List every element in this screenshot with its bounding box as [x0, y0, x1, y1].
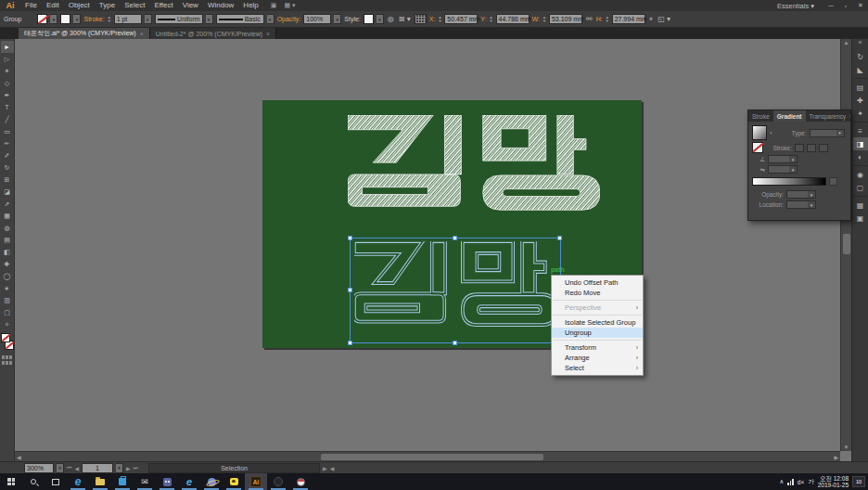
taskbar-file-explorer[interactable]: [89, 473, 111, 490]
scroll-down-icon[interactable]: ▼: [844, 445, 849, 450]
y-stepper[interactable]: ▲▼: [490, 16, 493, 23]
fill-dropdown-icon[interactable]: ▾: [50, 14, 57, 24]
selection-bounding-box[interactable]: [350, 238, 561, 343]
menu-effect[interactable]: Effect: [149, 0, 177, 11]
appearance-panel-icon[interactable]: ◉: [853, 168, 868, 181]
selection-handle-n[interactable]: [453, 236, 457, 240]
draw-mode-buttons[interactable]: [2, 361, 13, 365]
blend-tool[interactable]: ◯: [1, 270, 14, 282]
minimize-button[interactable]: ─: [823, 3, 838, 9]
menu-select[interactable]: Select: [120, 0, 149, 11]
menu-object[interactable]: Object: [64, 0, 95, 11]
taskbar-nox[interactable]: [267, 473, 289, 490]
opacity-label[interactable]: Opacity:: [277, 16, 301, 22]
eyedropper-tool[interactable]: ✚: [1, 258, 14, 270]
artboard-tool[interactable]: ▢: [1, 306, 14, 318]
perspective-grid-tool[interactable]: ◍: [1, 222, 14, 234]
selection-handle-ne[interactable]: [557, 236, 562, 240]
ime-indicator[interactable]: 가: [808, 478, 814, 486]
stop-opacity-field[interactable]: ▾: [786, 190, 816, 199]
collapse-panel-icon[interactable]: »: [849, 113, 850, 120]
document-tab-2-close-icon[interactable]: ×: [266, 31, 270, 37]
stroke-dropdown-icon[interactable]: ▾: [73, 14, 81, 24]
isolate-icon[interactable]: ◱ ▾: [657, 15, 671, 23]
status-next-icon[interactable]: ▶: [323, 465, 327, 471]
width-tool[interactable]: ◪: [1, 186, 14, 198]
status-prev-icon[interactable]: ◀: [330, 465, 335, 471]
reference-point-locator[interactable]: [415, 14, 427, 24]
scroll-right-icon[interactable]: ▶: [834, 454, 838, 460]
fill-proxy-swatch[interactable]: [1, 333, 10, 342]
rotate-panel-icon[interactable]: ↻: [853, 50, 868, 63]
taskbar-mail[interactable]: ✉: [134, 473, 156, 490]
h-field[interactable]: 27.994 mm: [612, 14, 645, 24]
menu-edit[interactable]: Edit: [42, 0, 64, 11]
first-artboard-icon[interactable]: ⏮: [67, 465, 71, 471]
pencil-tool[interactable]: ✐: [1, 149, 14, 161]
tab-transparency[interactable]: Transparency: [806, 110, 850, 122]
lasso-tool[interactable]: ◇: [1, 77, 14, 89]
artboard-list-panel-icon[interactable]: ▣: [853, 212, 868, 225]
paintbrush-tool[interactable]: ✏: [1, 137, 14, 149]
menu-window[interactable]: Window: [203, 0, 238, 11]
free-transform-tool[interactable]: ⇗: [1, 198, 14, 210]
horizontal-scrollbar[interactable]: ◀ ▶: [15, 451, 840, 461]
close-button[interactable]: ✕: [853, 2, 868, 9]
vertical-scrollbar[interactable]: ▲ ▼: [840, 39, 851, 451]
workspace-switcher[interactable]: Essentials ▾: [777, 2, 814, 10]
artboards-panel-icon[interactable]: ▤: [853, 81, 868, 94]
w-field[interactable]: 53.109 mm: [549, 14, 582, 24]
shape-builder-tool[interactable]: ▦: [1, 210, 14, 222]
arrange-documents-icon[interactable]: ▦ ▾: [284, 2, 295, 9]
gradient-thumb-dropdown-icon[interactable]: ▾: [770, 130, 772, 135]
color-mode-buttons[interactable]: [2, 355, 13, 359]
menu-file[interactable]: File: [20, 0, 42, 11]
y-field[interactable]: 44.786 mm: [496, 14, 530, 24]
align-icon[interactable]: ⊠ ▾: [398, 15, 412, 23]
zoom-field[interactable]: 300%: [24, 463, 54, 473]
bridge-icon[interactable]: ▣: [271, 2, 277, 9]
stroke-weight-dropdown[interactable]: ▾: [145, 14, 152, 24]
taskbar-kakaotalk[interactable]: [223, 473, 245, 490]
selection-handle-nw[interactable]: [348, 236, 352, 240]
opacity-field[interactable]: 100%: [303, 14, 331, 24]
prev-artboard-icon[interactable]: ◀: [74, 465, 79, 471]
delete-stop-icon[interactable]: [829, 177, 837, 186]
document-tab-1[interactable]: 태온착인.ai* @ 300% (CMYK/Preview) ×: [19, 28, 150, 39]
notification-center-icon[interactable]: 10: [852, 476, 865, 487]
gradient-slider[interactable]: [752, 177, 826, 186]
brush-definition-dropdown[interactable]: ▾: [267, 14, 274, 24]
tray-chevron-icon[interactable]: ∧: [780, 478, 785, 485]
stroke-stepper[interactable]: ▲▼: [108, 16, 111, 23]
h-stepper[interactable]: ▲▼: [606, 16, 609, 23]
stroke-panel-icon[interactable]: ≡: [853, 124, 868, 137]
volume-muted-icon[interactable]: d×: [798, 479, 804, 485]
tab-gradient[interactable]: Gradient: [773, 110, 806, 122]
taskbar-clock[interactable]: 오전 12:08 2019-01-25: [818, 475, 849, 488]
horizontal-scroll-thumb[interactable]: [321, 454, 543, 460]
document-tab-1-close-icon[interactable]: ×: [140, 31, 144, 37]
menu-item-select[interactable]: Select›: [552, 363, 643, 373]
stroke-weight-label[interactable]: Stroke:: [83, 16, 104, 22]
transparency-panel-icon[interactable]: ◐: [853, 150, 868, 163]
canvas-area[interactable]: path: [15, 39, 840, 451]
taskbar-discord[interactable]: [156, 473, 178, 490]
vertical-scroll-thumb[interactable]: [843, 234, 850, 254]
rotate-tool[interactable]: ↻: [1, 161, 14, 174]
selection-handle-w[interactable]: [348, 288, 352, 292]
type-tool[interactable]: T: [1, 101, 14, 113]
x-field[interactable]: 50.457 mm: [444, 14, 478, 24]
column-graph-tool[interactable]: ▥: [1, 294, 14, 306]
selection-handle-sw[interactable]: [348, 341, 352, 345]
gradient-aspect-field[interactable]: ▾: [768, 165, 798, 174]
x-stepper[interactable]: ▲▼: [438, 16, 441, 23]
next-artboard-icon[interactable]: ▶: [126, 465, 131, 471]
taskbar-internet-explorer[interactable]: e: [178, 473, 200, 490]
brush-definition-field[interactable]: Basic: [216, 14, 264, 24]
gradient-type-select[interactable]: ▾: [810, 129, 845, 137]
symbol-sprayer-tool[interactable]: ∗: [1, 282, 14, 294]
opacity-dropdown[interactable]: ▾: [334, 14, 341, 24]
taskbar-store[interactable]: [111, 473, 134, 490]
artboard-dropdown-icon[interactable]: ▾: [116, 463, 123, 473]
network-icon[interactable]: [787, 479, 794, 485]
